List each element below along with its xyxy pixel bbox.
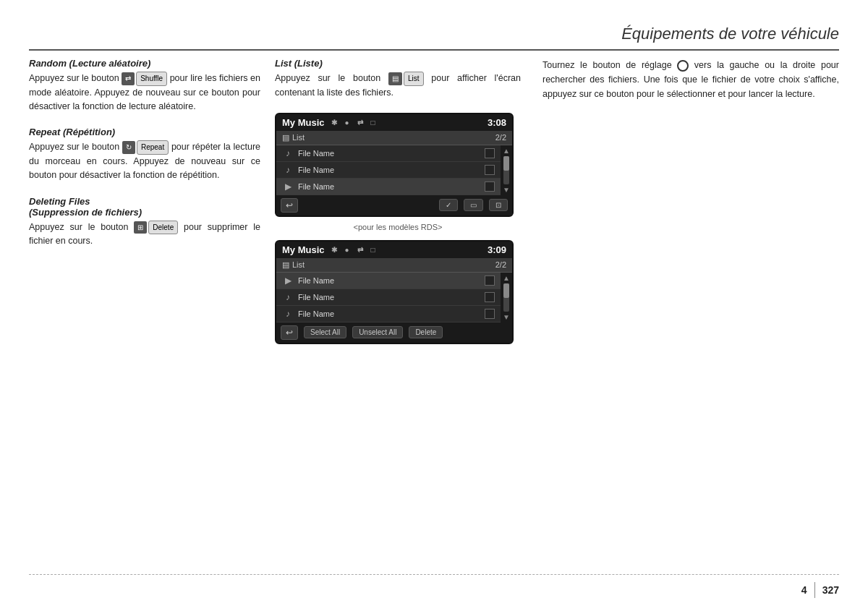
- screen2-icons: ✱ ● ⇄ □: [329, 244, 378, 255]
- checkbox-6: [485, 309, 495, 319]
- note-icon-4: ♪: [282, 309, 294, 319]
- section-delete-title: Deleting Files(Suppression de fichiers): [29, 196, 260, 218]
- section-repeat: Repeat (Répétition) Appuyez sur le bouto…: [29, 127, 260, 182]
- list-icon-small-2: ▤: [282, 260, 289, 270]
- bluetooth-icon: ✱: [329, 117, 339, 127]
- footer-line: [29, 574, 839, 575]
- screen1-filename-2: File Name: [298, 166, 480, 174]
- trash-btn[interactable]: ⊡: [489, 199, 508, 211]
- page-divider: [814, 582, 815, 598]
- header-title: Équipements de votre véhicule: [621, 25, 839, 43]
- scroll-track-2: [503, 283, 509, 312]
- repeat-button-inline: ↻ Repeat: [122, 140, 169, 155]
- screen2-list: ▶ File Name ♪ File Name ♪ File Name: [276, 273, 512, 322]
- screen1-title: My Music: [282, 117, 325, 128]
- dial-icon: [677, 60, 689, 72]
- play-icon-1: ▶: [282, 181, 294, 192]
- screen1-header-left: My Music ✱ ● ⇄ □: [282, 117, 378, 128]
- section-repeat-text: Appuyez sur le bouton ↻ Repeat pour répé…: [29, 140, 260, 182]
- delete-label: Delete: [148, 221, 178, 235]
- screen1-count: 2/2: [495, 133, 506, 142]
- screen1-filename-1: File Name: [298, 149, 480, 158]
- section-list-text: Appuyez sur le bouton ▤ List pour affich…: [275, 72, 521, 100]
- note-icon-1: ♪: [282, 148, 294, 158]
- section-random-title: Random (Lecture aléatoire): [29, 58, 260, 69]
- square-icon-2: □: [368, 244, 378, 255]
- section-list-title: List (Liste): [275, 58, 521, 69]
- bluetooth-icon-2: ✱: [329, 244, 339, 255]
- screen1-filename-3: File Name: [298, 182, 480, 191]
- right-text: Tournez le bouton de réglage vers la gau…: [542, 58, 839, 101]
- delete-button-inline: ⊞ Delete: [134, 221, 178, 235]
- screen2-header: My Music ✱ ● ⇄ □ 3:09: [276, 242, 512, 258]
- select-all-button[interactable]: Select All: [304, 326, 346, 338]
- back-button-1[interactable]: ↩: [281, 198, 298, 213]
- screen2-header-left: My Music ✱ ● ⇄ □: [282, 244, 378, 255]
- list-button-inline: ▤ List: [388, 72, 424, 86]
- checkbox-2: [485, 165, 495, 175]
- dot-icon-2: ●: [342, 244, 352, 255]
- screen1-rows: ♪ File Name ♪ File Name ▶ File Name: [276, 145, 501, 195]
- scroll-thumb: [503, 156, 509, 171]
- screen2-list-label: List: [292, 260, 305, 269]
- section-random: Random (Lecture aléatoire) Appuyez sur l…: [29, 58, 260, 114]
- shuffle-button-inline: ⇄ Shuffle: [122, 72, 167, 86]
- scroll-track: [503, 156, 509, 184]
- delete-button[interactable]: Delete: [409, 326, 443, 338]
- page-number: 4 327: [801, 582, 839, 598]
- list-icon: ▤: [388, 72, 402, 85]
- list-label: List: [404, 72, 424, 86]
- page-header: Équipements de votre véhicule: [0, 0, 868, 49]
- screen1-scrollbar: ▲ ▼: [501, 145, 512, 195]
- scroll-down-arrow-2[interactable]: ▼: [503, 313, 510, 321]
- screen2-count: 2/2: [495, 260, 506, 269]
- screen2-time: 3:09: [488, 244, 506, 255]
- screen2-rows: ▶ File Name ♪ File Name ♪ File Name: [276, 273, 501, 322]
- checkbox-3: [485, 181, 495, 192]
- left-column: Random (Lecture aléatoire) Appuyez sur l…: [29, 58, 275, 568]
- section-delete-text: Appuyez sur le bouton ⊞ Delete pour supp…: [29, 221, 260, 249]
- shuffle-label: Shuffle: [136, 72, 167, 86]
- note-icon-2: ♪: [282, 165, 294, 175]
- arrows-icon: ⇄: [355, 117, 365, 127]
- page-num-value: 327: [822, 584, 839, 596]
- scroll-up-arrow[interactable]: ▲: [503, 147, 510, 155]
- play-icon-2: ▶: [282, 275, 294, 286]
- screen1-subheader: ▤ List 2/2: [276, 131, 512, 145]
- screen1-footer: ↩ ✓ ▭ ⊡: [276, 195, 512, 215]
- checkbox-5: [485, 292, 495, 302]
- section-random-text: Appuyez sur le bouton ⇄ Shuffle pour lir…: [29, 72, 260, 114]
- unselect-all-button[interactable]: Unselect All: [352, 326, 403, 338]
- screen1-subheader-left: ▤ List: [282, 133, 305, 142]
- repeat-label: Repeat: [137, 140, 169, 155]
- screen2-row-2: ♪ File Name: [276, 289, 501, 306]
- square-icon: □: [368, 117, 378, 127]
- middle-column: List (Liste) Appuyez sur le bouton ▤ Lis…: [275, 58, 535, 568]
- header-divider: [29, 49, 839, 51]
- screen1-row-3: ▶ File Name: [276, 179, 501, 195]
- scroll-down-arrow[interactable]: ▼: [503, 186, 510, 194]
- dot-icon: ●: [342, 117, 352, 127]
- square-btn[interactable]: ▭: [464, 199, 483, 211]
- repeat-icon: ↻: [122, 141, 135, 154]
- main-content: Random (Lecture aléatoire) Appuyez sur l…: [29, 58, 839, 568]
- scroll-thumb-2: [503, 283, 509, 298]
- section-delete: Deleting Files(Suppression de fichiers) …: [29, 196, 260, 249]
- back-button-2[interactable]: ↩: [281, 325, 298, 340]
- screen1-header: My Music ✱ ● ⇄ □ 3:08: [276, 114, 512, 131]
- list-icon-small: ▤: [282, 133, 289, 142]
- note-icon-3: ♪: [282, 292, 294, 302]
- screen2-scrollbar: ▲ ▼: [501, 273, 512, 322]
- right-column: Tournez le bouton de réglage vers la gau…: [535, 58, 839, 568]
- screen2-filename-1: File Name: [298, 276, 480, 285]
- checkmark-btn[interactable]: ✓: [439, 199, 458, 211]
- section-list: List (Liste) Appuyez sur le bouton ▤ Lis…: [275, 58, 521, 100]
- screen1-caption: <pour les modèles RDS>: [275, 223, 521, 231]
- chapter-number: 4: [801, 584, 807, 596]
- screen1-list: ♪ File Name ♪ File Name ▶ File Name: [276, 145, 512, 195]
- arrows-icon-2: ⇄: [355, 244, 365, 255]
- screen1-icons: ✱ ● ⇄ □: [329, 117, 378, 127]
- screen1-row-1: ♪ File Name: [276, 145, 501, 162]
- scroll-up-arrow-2[interactable]: ▲: [503, 274, 510, 282]
- checkbox-1: [485, 148, 495, 158]
